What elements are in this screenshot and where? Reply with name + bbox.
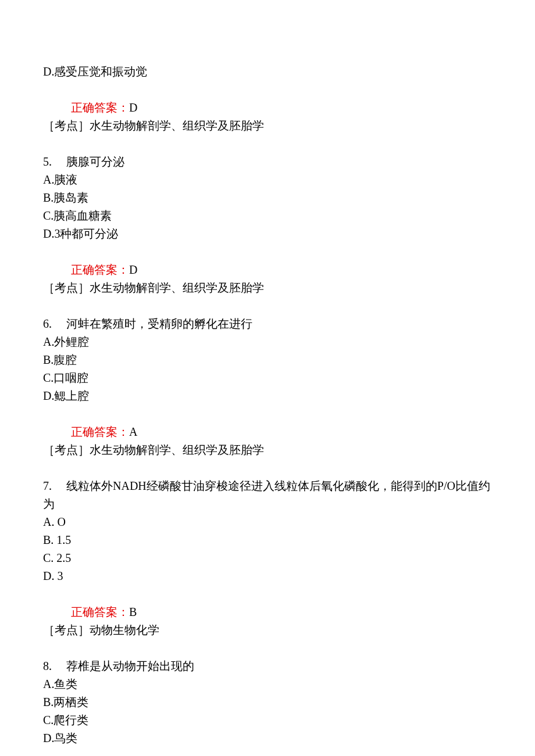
q6-answer-line: 正确答案：A (43, 405, 492, 441)
q5-topic: ［考点］水生动物解剖学、组织学及胚胎学 (43, 279, 492, 297)
spacer (43, 297, 492, 315)
q6-answer-value: A (129, 425, 137, 438)
q7-option-c: C. 2.5 (43, 549, 492, 567)
q6-topic: ［考点］水生动物解剖学、组织学及胚胎学 (43, 441, 492, 459)
q4-answer-label: 正确答案： (71, 101, 129, 114)
q5-answer-line: 正确答案：D (43, 243, 492, 279)
q5-option-b: B.胰岛素 (43, 189, 492, 207)
spacer (43, 135, 492, 153)
spacer (43, 639, 492, 657)
q7-stem: 7. 线粒体外NADH经磷酸甘油穿梭途径进入线粒体后氧化磷酸化，能得到的P/O比… (43, 477, 492, 513)
spacer (43, 459, 492, 477)
q8-answer-line: 正确答案：B (43, 747, 492, 756)
q5-stem: 5. 胰腺可分泌 (43, 153, 492, 171)
q5-option-a: A.胰液 (43, 171, 492, 189)
q6-option-b: B.腹腔 (43, 351, 492, 369)
q6-option-d: D.鳃上腔 (43, 387, 492, 405)
q8-option-a: A.鱼类 (43, 675, 492, 693)
q7-option-a: A. O (43, 513, 492, 531)
q5-answer-label: 正确答案： (71, 263, 129, 276)
q8-option-d: D.鸟类 (43, 729, 492, 747)
q8-option-c: C.爬行类 (43, 711, 492, 729)
q5-answer-value: D (129, 263, 137, 276)
q8-stem: 8. 荐椎是从动物开始出现的 (43, 657, 492, 675)
q5-option-c: C.胰高血糖素 (43, 207, 492, 225)
q7-answer-label: 正确答案： (71, 605, 129, 618)
q6-answer-label: 正确答案： (71, 425, 129, 438)
q4-answer-line: 正确答案：D (43, 81, 492, 117)
q7-option-d: D. 3 (43, 567, 492, 585)
q4-answer-value: D (129, 101, 137, 114)
q6-option-a: A.外鲤腔 (43, 333, 492, 351)
q6-stem: 6. 河蚌在繁殖时，受精卵的孵化在进行 (43, 315, 492, 333)
q4-option-d: D.感受压觉和振动觉 (43, 63, 492, 81)
q4-topic: ［考点］水生动物解剖学、组织学及胚胎学 (43, 117, 492, 135)
q7-answer-value: B (129, 605, 137, 618)
q7-answer-line: 正确答案：B (43, 585, 492, 621)
q8-option-b: B.两栖类 (43, 693, 492, 711)
q7-topic: ［考点］动物生物化学 (43, 621, 492, 639)
q6-option-c: C.口咽腔 (43, 369, 492, 387)
q7-option-b: B. 1.5 (43, 531, 492, 549)
q5-option-d: D.3种都可分泌 (43, 225, 492, 243)
